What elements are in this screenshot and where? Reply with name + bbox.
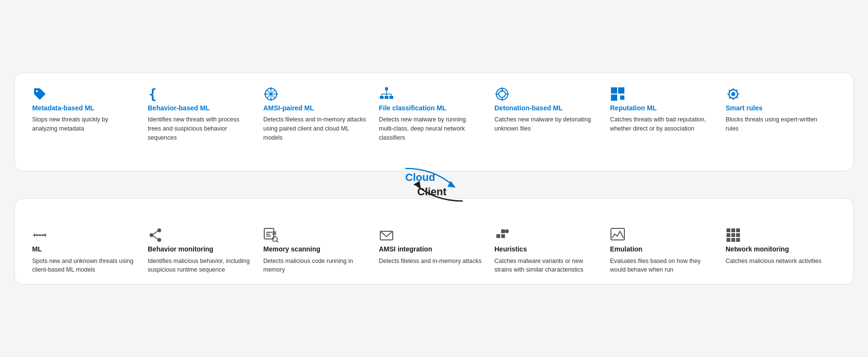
behavior-ml-desc: Identifies new threats with process tree… [148,115,250,142]
svg-point-8 [264,93,266,95]
item-emulation: EmulationEvaluates files based on how th… [610,227,720,274]
svg-point-45 [42,234,44,236]
client-panel: MLSpots new and unknown threats using cl… [14,198,854,285]
svg-marker-42 [45,233,47,237]
item-behavior-ml: { }Behavior-based MLIdentifies new threa… [148,86,258,142]
file-classification-ml-icon [379,86,481,104]
svg-point-10 [270,87,272,89]
amsi-integration-title: AMSI integration [379,245,481,253]
smart-rules-icon [726,86,828,104]
svg-point-35 [731,92,735,96]
file-classification-ml-title: File classification ML [379,104,481,112]
svg-rect-30 [611,95,617,101]
behavior-ml-icon: { } [148,86,250,104]
smart-rules-title: Smart rules [726,104,828,112]
metadata-ml-icon [32,86,135,104]
reputation-ml-desc: Catches threats with bad reputation, whe… [610,115,713,133]
svg-rect-68 [731,233,735,237]
memory-scanning-title: Memory scanning [263,245,366,253]
svg-point-44 [39,234,41,236]
item-amsi-ml: AMSI-paired MLDetects fileless and in-me… [263,86,374,142]
network-monitoring-icon [726,227,828,245]
svg-rect-13 [380,96,384,99]
heuristics-desc: Catches malware variants or new strains … [494,257,597,275]
memory-scanning-icon [263,227,366,245]
item-file-classification-ml: File classification MLDetects new malwar… [379,86,489,142]
svg-line-50 [153,236,157,239]
svg-rect-69 [736,233,740,237]
svg-line-49 [153,231,157,234]
svg-rect-66 [736,228,740,232]
cloud-panel: Metadata-based MLStops new threats quick… [14,72,854,171]
svg-rect-14 [385,96,388,99]
item-smart-rules: Smart rulesBlocks threats using expert-w… [726,86,836,142]
svg-point-48 [157,238,161,242]
behavior-monitoring-desc: Identifies malicious behavior, including… [148,257,250,275]
item-network-monitoring: Network monitoringCatches malicious netw… [726,227,836,274]
heuristics-icon [494,227,597,245]
network-monitoring-desc: Catches malicious network activities [726,257,828,266]
item-client-ml: MLSpots new and unknown threats using cl… [32,227,142,274]
svg-rect-71 [731,238,735,242]
svg-text:{ }: { } [149,86,163,102]
item-heuristics: HeuristicsCatches malware variants or ne… [494,227,605,274]
svg-point-46 [157,228,161,232]
amsi-ml-desc: Detects fileless and in-memory attacks u… [263,115,366,142]
svg-rect-65 [731,228,735,232]
client-items-row: MLSpots new and unknown threats using cl… [32,227,836,274]
svg-rect-70 [727,238,730,242]
emulation-title: Emulation [610,245,713,253]
reputation-ml-title: Reputation ML [610,104,713,112]
network-monitoring-title: Network monitoring [726,245,828,253]
svg-rect-61 [501,234,505,238]
item-detonation-ml: Detonation-based MLCatches new malware b… [494,86,605,142]
amsi-integration-desc: Detects fileless and in-memory attacks [379,257,481,266]
svg-rect-12 [385,87,388,90]
behavior-monitoring-title: Behavior monitoring [148,245,250,253]
svg-point-47 [150,233,153,237]
svg-point-11 [270,99,272,101]
svg-rect-57 [272,231,276,235]
behavior-ml-title: Behavior-based ML [148,104,250,112]
svg-rect-60 [501,229,505,233]
client-ml-desc: Spots new and unknown threats using clie… [32,257,135,275]
amsi-ml-title: AMSI-paired ML [263,104,366,112]
metadata-ml-title: Metadata-based ML [32,104,135,112]
smart-rules-desc: Blocks threats using expert-written rule… [726,115,828,133]
detonation-ml-title: Detonation-based ML [494,104,597,112]
client-ml-title: ML [32,245,135,253]
svg-rect-29 [618,87,624,94]
item-memory-scanning: Memory scanningDetects malicious code ru… [263,227,374,274]
svg-point-9 [276,93,278,95]
svg-rect-63 [611,228,624,240]
svg-rect-28 [611,87,617,94]
client-ml-icon [32,227,135,245]
item-behavior-monitoring: Behavior monitoringIdentifies malicious … [148,227,258,274]
amsi-integration-icon [379,227,481,245]
svg-rect-67 [727,233,730,237]
svg-rect-72 [736,238,740,242]
svg-rect-31 [620,95,624,100]
emulation-icon [610,227,713,245]
reputation-ml-icon [610,86,713,104]
svg-point-62 [505,229,509,233]
svg-line-56 [277,241,278,242]
detonation-ml-icon [494,86,597,104]
svg-rect-64 [727,228,730,232]
client-arrow-svg: Client [391,176,477,203]
svg-text:Client: Client [417,186,447,198]
cloud-items-row: Metadata-based MLStops new threats quick… [32,86,836,142]
emulation-desc: Evaluates files based on how they would … [610,257,713,275]
file-classification-ml-desc: Detects new malware by running multi-cla… [379,115,481,142]
metadata-ml-desc: Stops new threats quickly by analyzing m… [32,115,135,133]
svg-rect-59 [496,234,500,238]
item-reputation-ml: Reputation MLCatches threats with bad re… [610,86,720,142]
svg-point-0 [36,90,38,92]
memory-scanning-desc: Detects malicious code running in memory [263,257,366,275]
svg-point-43 [36,234,38,236]
svg-rect-15 [389,96,393,99]
middle-area: Cloud Client [14,171,854,198]
behavior-monitoring-icon [148,227,250,245]
item-amsi-integration: AMSI integrationDetects fileless and in-… [379,227,489,274]
detonation-ml-desc: Catches new malware by detonating unknow… [494,115,597,133]
